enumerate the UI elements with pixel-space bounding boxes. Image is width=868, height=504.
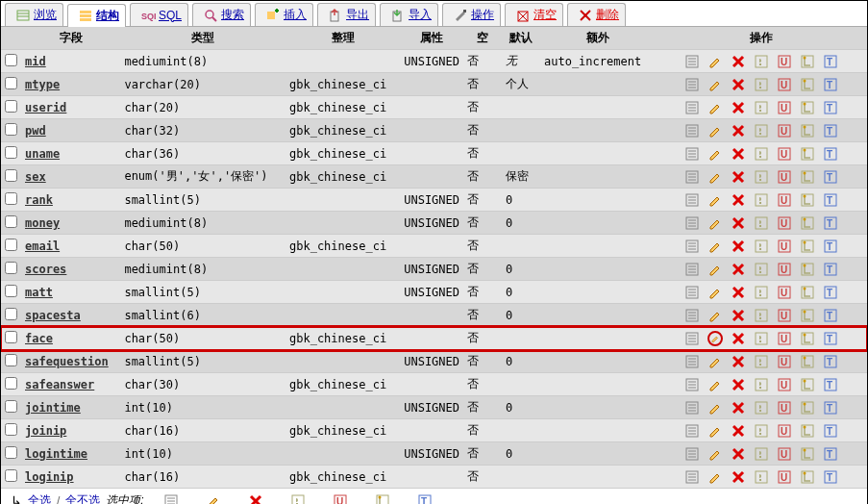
action-edit-icon[interactable] bbox=[704, 215, 727, 229]
select-all-link[interactable]: 全选 bbox=[28, 492, 51, 504]
action-delete-icon[interactable] bbox=[727, 285, 750, 298]
footer-action-delete-icon[interactable] bbox=[244, 493, 267, 505]
action-primary-icon[interactable] bbox=[750, 192, 773, 206]
field-name[interactable]: matt bbox=[25, 286, 53, 299]
action-fulltext-icon[interactable]: T bbox=[819, 262, 842, 275]
tab-operations[interactable]: 操作 bbox=[442, 3, 501, 26]
action-primary-icon[interactable] bbox=[750, 123, 773, 137]
row-checkbox[interactable] bbox=[5, 262, 17, 274]
action-delete-icon[interactable] bbox=[727, 354, 750, 367]
action-edit-icon[interactable] bbox=[704, 169, 727, 183]
field-name[interactable]: safeanswer bbox=[25, 378, 94, 391]
action-list-icon[interactable] bbox=[681, 54, 704, 67]
action-primary-icon[interactable] bbox=[750, 377, 773, 391]
action-edit-icon[interactable] bbox=[704, 54, 727, 67]
action-delete-icon[interactable] bbox=[727, 377, 750, 391]
action-fulltext-icon[interactable]: T bbox=[819, 308, 842, 321]
action-edit-icon[interactable] bbox=[704, 331, 727, 344]
field-name[interactable]: logintime bbox=[25, 447, 87, 461]
action-unique-icon[interactable]: U bbox=[773, 239, 796, 252]
footer-action-list-icon[interactable] bbox=[160, 493, 183, 505]
action-delete-icon[interactable] bbox=[727, 308, 750, 321]
action-unique-icon[interactable]: U bbox=[773, 354, 796, 367]
action-index-icon[interactable] bbox=[796, 262, 819, 275]
action-fulltext-icon[interactable]: T bbox=[819, 285, 842, 298]
footer-action-edit-icon[interactable] bbox=[202, 493, 225, 505]
action-primary-icon[interactable] bbox=[750, 239, 773, 252]
action-list-icon[interactable] bbox=[681, 100, 704, 113]
row-checkbox[interactable] bbox=[5, 446, 17, 459]
select-none-link[interactable]: 全不选 bbox=[65, 492, 100, 504]
action-index-icon[interactable] bbox=[796, 169, 819, 183]
action-primary-icon[interactable] bbox=[750, 262, 773, 275]
action-edit-icon[interactable] bbox=[704, 308, 727, 321]
action-primary-icon[interactable] bbox=[750, 354, 773, 367]
action-list-icon[interactable] bbox=[681, 400, 704, 414]
action-primary-icon[interactable] bbox=[750, 331, 773, 344]
action-index-icon[interactable] bbox=[796, 146, 819, 160]
action-fulltext-icon[interactable]: T bbox=[819, 77, 842, 90]
action-delete-icon[interactable] bbox=[727, 215, 750, 229]
action-unique-icon[interactable]: U bbox=[773, 54, 796, 67]
row-checkbox[interactable] bbox=[5, 77, 17, 89]
action-delete-icon[interactable] bbox=[727, 77, 750, 90]
action-index-icon[interactable] bbox=[796, 54, 819, 67]
action-edit-icon[interactable] bbox=[704, 146, 727, 160]
row-checkbox[interactable] bbox=[5, 308, 17, 320]
action-list-icon[interactable] bbox=[681, 262, 704, 275]
action-list-icon[interactable] bbox=[681, 192, 704, 206]
action-fulltext-icon[interactable]: T bbox=[819, 331, 842, 344]
field-name[interactable]: money bbox=[25, 216, 60, 230]
action-list-icon[interactable] bbox=[681, 215, 704, 229]
row-checkbox[interactable] bbox=[5, 215, 17, 228]
action-edit-icon[interactable] bbox=[704, 354, 727, 367]
action-list-icon[interactable] bbox=[681, 239, 704, 252]
row-checkbox[interactable] bbox=[5, 377, 17, 390]
action-list-icon[interactable] bbox=[681, 308, 704, 321]
action-edit-icon[interactable] bbox=[704, 123, 727, 137]
action-delete-icon[interactable] bbox=[727, 331, 750, 344]
row-checkbox[interactable] bbox=[5, 331, 17, 343]
field-name[interactable]: safequestion bbox=[25, 355, 109, 368]
row-checkbox[interactable] bbox=[5, 469, 17, 482]
action-index-icon[interactable] bbox=[796, 377, 819, 391]
action-delete-icon[interactable] bbox=[727, 192, 750, 206]
action-edit-icon[interactable] bbox=[704, 192, 727, 206]
action-unique-icon[interactable]: U bbox=[773, 123, 796, 137]
action-index-icon[interactable] bbox=[796, 308, 819, 321]
action-index-icon[interactable] bbox=[796, 285, 819, 298]
action-delete-icon[interactable] bbox=[727, 123, 750, 137]
action-edit-icon[interactable] bbox=[704, 377, 727, 391]
field-name[interactable]: userid bbox=[25, 101, 66, 114]
action-index-icon[interactable] bbox=[796, 469, 819, 483]
action-list-icon[interactable] bbox=[681, 146, 704, 160]
tab-drop[interactable]: 删除 bbox=[567, 3, 626, 26]
field-name[interactable]: email bbox=[25, 239, 60, 253]
action-fulltext-icon[interactable]: T bbox=[819, 54, 842, 67]
footer-action-fulltext-icon[interactable]: T bbox=[413, 493, 436, 505]
action-primary-icon[interactable] bbox=[750, 400, 773, 414]
field-name[interactable]: mtype bbox=[25, 78, 60, 91]
action-edit-icon[interactable] bbox=[704, 423, 727, 437]
action-fulltext-icon[interactable]: T bbox=[819, 169, 842, 183]
action-edit-icon[interactable] bbox=[704, 285, 727, 298]
action-primary-icon[interactable] bbox=[750, 215, 773, 229]
action-fulltext-icon[interactable]: T bbox=[819, 100, 842, 113]
action-unique-icon[interactable]: U bbox=[773, 192, 796, 206]
row-checkbox[interactable] bbox=[5, 100, 17, 113]
action-index-icon[interactable] bbox=[796, 100, 819, 113]
action-list-icon[interactable] bbox=[681, 354, 704, 367]
action-edit-icon[interactable] bbox=[704, 469, 727, 483]
action-primary-icon[interactable] bbox=[750, 446, 773, 460]
action-fulltext-icon[interactable]: T bbox=[819, 215, 842, 229]
field-name[interactable]: spacesta bbox=[25, 309, 81, 322]
field-name[interactable]: loginip bbox=[25, 470, 74, 484]
action-fulltext-icon[interactable]: T bbox=[819, 146, 842, 160]
action-unique-icon[interactable]: U bbox=[773, 469, 796, 483]
footer-action-primary-icon[interactable] bbox=[286, 493, 310, 505]
action-unique-icon[interactable]: U bbox=[773, 215, 796, 229]
action-delete-icon[interactable] bbox=[727, 423, 750, 437]
action-unique-icon[interactable]: U bbox=[773, 169, 796, 183]
action-delete-icon[interactable] bbox=[727, 262, 750, 275]
tab-import[interactable]: 导入 bbox=[380, 3, 438, 26]
